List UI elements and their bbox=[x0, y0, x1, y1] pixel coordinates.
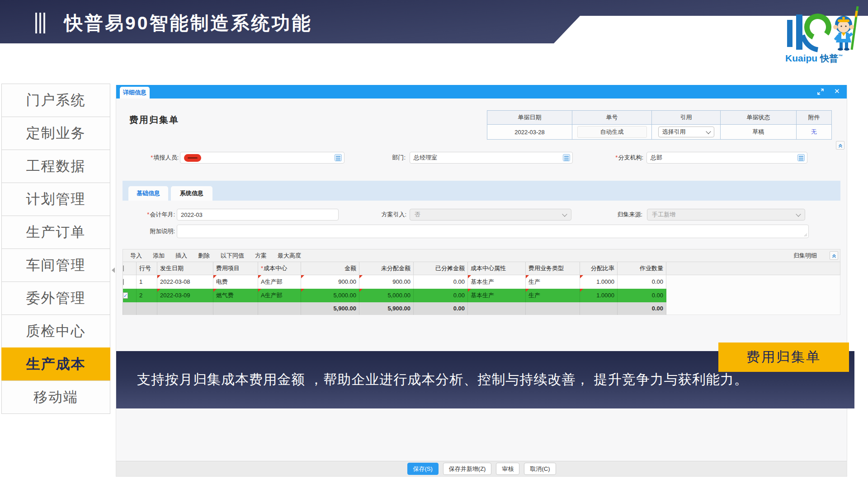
cell-date[interactable]: 2022-03-09 bbox=[157, 289, 213, 302]
cell-unallocated[interactable]: 5,000.00 bbox=[359, 289, 414, 302]
edited-marker bbox=[213, 275, 217, 278]
add-button[interactable]: 添加 bbox=[153, 252, 165, 260]
dept-input[interactable]: 总经理室 bbox=[410, 152, 573, 164]
save-and-new-button[interactable]: 保存并新增(Z) bbox=[443, 463, 492, 475]
same-below-button[interactable]: 以下同值 bbox=[221, 252, 244, 260]
cell-cc-attr[interactable]: 基本生产 bbox=[468, 275, 526, 289]
plan-button[interactable]: 方案 bbox=[255, 252, 267, 260]
sidebar-item-workshop[interactable]: 车间管理 bbox=[1, 249, 110, 282]
sidebar-item-custom[interactable]: 定制业务 bbox=[1, 117, 110, 150]
cell-date[interactable]: 2022-03-08 bbox=[157, 275, 213, 289]
brand-cn: 快普 bbox=[820, 53, 838, 63]
close-icon[interactable]: ✕ bbox=[834, 87, 840, 95]
cell-allocated[interactable]: 0.00 bbox=[414, 275, 468, 289]
row-select-cell bbox=[123, 275, 137, 289]
plan-select[interactable]: 否 bbox=[410, 209, 571, 221]
doc-col-date: 单据日期 bbox=[487, 111, 572, 125]
note-textarea[interactable] bbox=[177, 225, 809, 238]
sidebar-collapse-arrow-icon[interactable] bbox=[112, 267, 115, 273]
redacted-name-badge bbox=[184, 154, 201, 162]
dialog-titlebar bbox=[116, 85, 847, 99]
period-input[interactable]: 2022-03 bbox=[177, 209, 339, 221]
max-height-button[interactable]: 最大高度 bbox=[278, 252, 301, 260]
title-bars-icon bbox=[35, 13, 45, 33]
cell-ratio[interactable]: 1.0000 bbox=[580, 289, 618, 302]
brand-tm: ™ bbox=[838, 54, 843, 59]
form-title: 费用归集单 bbox=[129, 114, 179, 126]
select-all-checkbox[interactable] bbox=[123, 265, 124, 272]
cell-row-no[interactable]: 1 bbox=[137, 275, 157, 289]
cell-item[interactable]: 电费 bbox=[213, 275, 258, 289]
maximize-icon[interactable] bbox=[817, 88, 824, 95]
edited-marker bbox=[468, 275, 471, 278]
branch-input[interactable]: 总部 bbox=[646, 152, 807, 164]
source-label: 归集来源: bbox=[603, 209, 642, 221]
lookup-icon[interactable] bbox=[563, 154, 570, 161]
edited-marker bbox=[526, 289, 529, 292]
sidebar-item-production-order[interactable]: 生产订单 bbox=[1, 216, 110, 249]
grid-header-row: 行号 发生日期 费用项目 *成本中心 金额 未分配金额 已分摊金额 成本中心属性… bbox=[123, 262, 840, 275]
collapse-header-button[interactable] bbox=[836, 141, 844, 150]
doc-reference-cell: 选择引用 bbox=[652, 125, 721, 139]
save-button[interactable]: 保存(S) bbox=[407, 463, 439, 475]
source-select[interactable]: 手工新增 bbox=[647, 209, 805, 221]
branch-label: *分支机构: bbox=[598, 152, 643, 164]
cell-cost-center[interactable]: A生产部 bbox=[258, 275, 301, 289]
grid-toolbar: 导入 添加 插入 删除 以下同值 方案 最大高度 bbox=[123, 249, 840, 262]
doc-date: 2022-03-28 bbox=[487, 125, 572, 139]
totals-row: 5,900.00 5,900.00 0.00 0.00 bbox=[123, 302, 666, 315]
cell-amount[interactable]: 900.00 bbox=[301, 275, 359, 289]
reference-select[interactable]: 选择引用 bbox=[658, 127, 714, 137]
table-row: 1 2022-03-08 电费 A生产部 900.00 900.00 0.00 … bbox=[123, 275, 666, 289]
cell-ratio[interactable]: 1.0000 bbox=[580, 275, 618, 289]
cell-qty[interactable]: 0.00 bbox=[618, 289, 666, 302]
sidebar-item-portal[interactable]: 门户系统 bbox=[1, 84, 110, 117]
cell-cc-attr[interactable]: 基本生产 bbox=[468, 289, 526, 302]
cell-item[interactable]: 燃气费 bbox=[213, 289, 258, 302]
cell-row-no[interactable]: 2 bbox=[137, 289, 157, 302]
select-all-cell bbox=[123, 262, 137, 275]
period-value: 2022-03 bbox=[181, 211, 203, 218]
dept-label: 部门: bbox=[377, 152, 406, 164]
edited-marker bbox=[258, 289, 261, 292]
lookup-icon[interactable] bbox=[797, 154, 805, 161]
cell-qty[interactable]: 0.00 bbox=[618, 275, 666, 289]
row-checkbox-checked[interactable]: ✓ bbox=[123, 292, 128, 299]
row-checkbox[interactable] bbox=[123, 279, 124, 285]
delete-button[interactable]: 删除 bbox=[198, 252, 210, 260]
insert-button[interactable]: 插入 bbox=[175, 252, 187, 260]
resize-handle-icon[interactable] bbox=[803, 233, 807, 237]
cell-unallocated[interactable]: 900.00 bbox=[359, 275, 414, 289]
cell-biz-type[interactable]: 生产 bbox=[526, 275, 580, 289]
cell-biz-type[interactable]: 生产 bbox=[526, 289, 580, 302]
filler-input[interactable] bbox=[180, 152, 344, 164]
collapse-grid-button[interactable] bbox=[830, 251, 838, 260]
cell-cost-center[interactable]: A生产部 bbox=[258, 289, 301, 302]
cell-allocated[interactable]: 0.00 bbox=[414, 289, 468, 302]
sidebar-item-production-cost[interactable]: 生产成本 bbox=[1, 347, 110, 381]
sidebar: 门户系统 定制业务 工程数据 计划管理 生产订单 车间管理 委外管理 质检中心 … bbox=[1, 84, 110, 414]
lookup-icon[interactable] bbox=[335, 154, 342, 161]
col-allocated: 已分摊金额 bbox=[414, 262, 468, 275]
edited-marker bbox=[301, 289, 304, 292]
doc-col-number: 单号 bbox=[572, 111, 652, 125]
cancel-button[interactable]: 取消(C) bbox=[524, 463, 556, 475]
tab-system-info[interactable]: 系统信息 bbox=[171, 186, 212, 201]
import-button[interactable]: 导入 bbox=[130, 252, 142, 260]
kuaipu-logo-icon bbox=[784, 5, 865, 52]
audit-button[interactable]: 审核 bbox=[496, 463, 519, 475]
sidebar-item-outsourcing[interactable]: 委外管理 bbox=[1, 282, 110, 315]
doc-number-cell: 自动生成 bbox=[572, 125, 652, 139]
tab-basic-info[interactable]: 基础信息 bbox=[128, 186, 168, 201]
sidebar-item-planning[interactable]: 计划管理 bbox=[1, 183, 110, 216]
tab-detail-info[interactable]: 详细信息 bbox=[120, 87, 150, 99]
sidebar-item-quality[interactable]: 质检中心 bbox=[1, 314, 110, 348]
required-mark: * bbox=[615, 154, 618, 161]
source-value: 手工新增 bbox=[652, 211, 675, 219]
cell-amount[interactable]: 5,000.00 bbox=[301, 289, 359, 302]
doc-col-attachment: 附件 bbox=[797, 111, 831, 125]
sidebar-item-engineering[interactable]: 工程数据 bbox=[1, 150, 110, 183]
sidebar-item-mobile[interactable]: 移动端 bbox=[1, 380, 110, 414]
attachment-link[interactable]: 无 bbox=[811, 128, 817, 136]
edited-marker bbox=[258, 275, 261, 278]
